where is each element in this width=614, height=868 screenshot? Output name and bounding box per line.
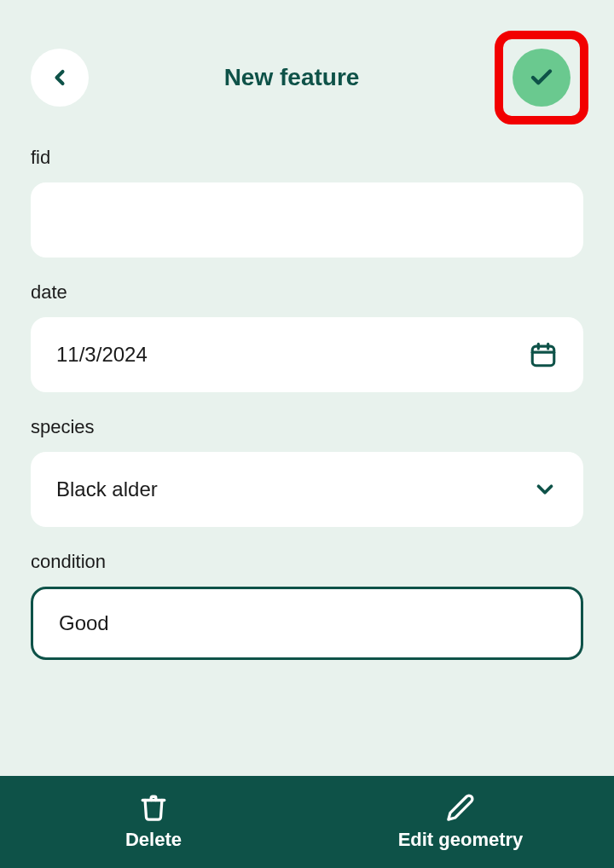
- header: New feature: [0, 0, 614, 147]
- field-species: species Black alder: [31, 416, 583, 527]
- pencil-icon: [446, 793, 475, 822]
- form-content: fid date 11/3/2024 species Black alder: [0, 147, 614, 776]
- field-label-condition: condition: [31, 551, 583, 573]
- condition-input[interactable]: Good: [31, 587, 583, 660]
- condition-value: Good: [59, 611, 109, 635]
- chevron-left-icon: [48, 66, 72, 90]
- field-fid: fid: [31, 147, 583, 258]
- confirm-button[interactable]: [513, 49, 571, 107]
- bottom-bar: Delete Edit geometry: [0, 776, 614, 868]
- fid-input[interactable]: [31, 182, 583, 258]
- delete-label: Delete: [125, 829, 182, 851]
- edit-geometry-label: Edit geometry: [398, 829, 524, 851]
- trash-icon: [139, 793, 168, 822]
- field-label-species: species: [31, 416, 583, 438]
- check-icon: [529, 65, 554, 90]
- species-value: Black alder: [56, 477, 158, 501]
- edit-geometry-button[interactable]: Edit geometry: [307, 793, 614, 851]
- field-condition: condition Good: [31, 551, 583, 660]
- field-date: date 11/3/2024: [31, 281, 583, 392]
- field-label-date: date: [31, 281, 583, 304]
- date-input[interactable]: 11/3/2024: [31, 317, 583, 392]
- chevron-down-icon: [532, 477, 558, 502]
- page-title: New feature: [224, 64, 360, 91]
- calendar-icon: [529, 340, 558, 369]
- species-select[interactable]: Black alder: [31, 452, 583, 527]
- field-label-fid: fid: [31, 147, 583, 169]
- svg-rect-0: [532, 346, 554, 366]
- date-value: 11/3/2024: [56, 343, 148, 367]
- back-button[interactable]: [31, 49, 89, 107]
- confirm-highlight: [495, 31, 588, 124]
- delete-button[interactable]: Delete: [0, 793, 307, 851]
